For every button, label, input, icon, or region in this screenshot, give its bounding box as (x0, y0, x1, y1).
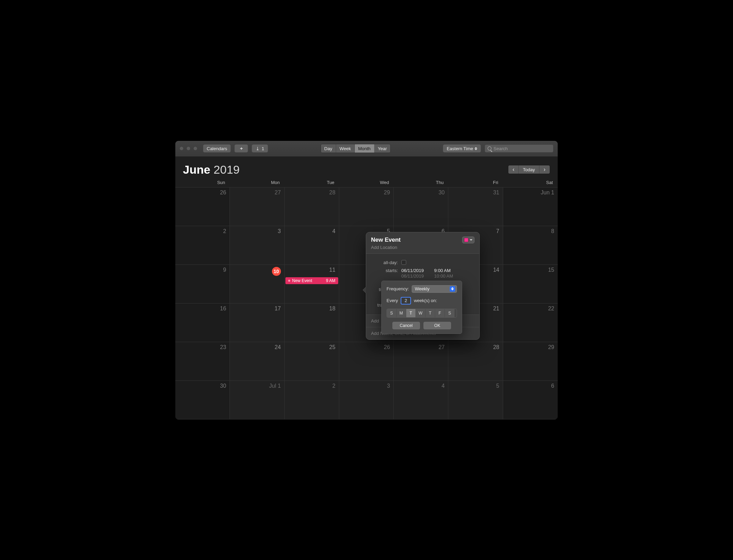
day-cell[interactable]: 31 (448, 187, 503, 226)
day-cell[interactable]: 8 (503, 226, 558, 265)
day-cell[interactable]: 29 (339, 187, 394, 226)
day-cell[interactable]: 3 (339, 381, 394, 419)
timezone-button[interactable]: Eastern Time (443, 144, 481, 153)
weekday-toggle[interactable]: T (406, 309, 416, 317)
day-cell[interactable]: 30 (394, 187, 448, 226)
event-chip[interactable]: New Event9 AM (285, 277, 338, 284)
day-cell[interactable]: 16 (175, 303, 230, 342)
next-month-button[interactable] (539, 165, 550, 174)
day-cell[interactable]: 25 (285, 342, 339, 381)
weekday-label: Fri (448, 180, 503, 185)
weekday-toggle[interactable]: S (387, 309, 397, 317)
event-title-field[interactable]: New Event (371, 236, 401, 243)
day-number: 6 (551, 383, 554, 389)
day-number: 3 (278, 228, 281, 234)
day-cell[interactable]: 11New Event9 AM (285, 265, 339, 303)
day-cell[interactable]: 23 (175, 342, 230, 381)
day-cell[interactable]: 28 (448, 342, 503, 381)
view-week-button[interactable]: Week (336, 144, 355, 153)
weekday-toggle[interactable]: F (435, 309, 445, 317)
allday-checkbox[interactable] (401, 260, 406, 265)
day-cell[interactable]: 30 (175, 381, 230, 419)
day-cell[interactable]: 10 (230, 265, 284, 303)
allday-label: all-day: (371, 260, 398, 265)
day-number: 16 (220, 306, 226, 312)
day-cell[interactable]: 28 (285, 187, 339, 226)
day-number: 14 (493, 267, 499, 273)
every-interval-input[interactable] (401, 297, 411, 305)
frequency-select[interactable]: Weekly (412, 285, 457, 293)
today-button[interactable]: Today (519, 165, 539, 174)
weekday-toggle[interactable]: M (397, 309, 406, 317)
day-number: 31 (493, 190, 499, 196)
frequency-label: Frequency: (387, 286, 409, 291)
day-cell[interactable]: Jul 1 (230, 381, 284, 419)
day-cell[interactable]: Jun 1 (503, 187, 558, 226)
day-number: 7 (496, 228, 499, 234)
day-number: 8 (551, 228, 554, 234)
day-cell[interactable]: 26 (175, 187, 230, 226)
minimize-icon[interactable] (186, 146, 190, 151)
starts-time-value[interactable]: 9:00 AM (434, 268, 451, 273)
calendar-window: Calendars 1 Day Week Month Year Eastern … (175, 141, 558, 420)
previous-month-button[interactable] (508, 165, 519, 174)
day-cell[interactable]: 3 (230, 226, 284, 265)
day-cell[interactable]: 5 (448, 381, 503, 419)
day-cell[interactable]: 29 (503, 342, 558, 381)
day-number: 27 (275, 190, 281, 196)
starts-date-value[interactable]: 06/11/2019 (401, 268, 424, 273)
every-prefix-label: Every (387, 298, 398, 303)
toolbar: Calendars 1 Day Week Month Year Eastern … (175, 141, 558, 157)
day-number: 5 (496, 383, 499, 389)
day-number: 30 (220, 383, 226, 389)
event-location-field[interactable]: Add Location (371, 245, 401, 250)
weekday-toggle[interactable]: T (426, 309, 435, 317)
search-field[interactable] (485, 144, 554, 153)
day-number: 26 (220, 190, 226, 196)
close-icon[interactable] (179, 146, 184, 151)
inbox-icon (256, 146, 260, 151)
today-badge: 10 (272, 267, 281, 276)
zoom-icon[interactable] (193, 146, 197, 151)
inbox-button[interactable]: 1 (252, 144, 268, 153)
day-cell[interactable]: 22 (503, 303, 558, 342)
stepper-icon (475, 147, 477, 150)
add-event-button[interactable] (234, 144, 248, 153)
day-number: 2 (223, 228, 226, 234)
day-cell[interactable]: 9 (175, 265, 230, 303)
ends-date-partial: 06/11/2019 (401, 274, 424, 278)
day-cell[interactable]: 15 (503, 265, 558, 303)
day-cell[interactable]: 6 (503, 381, 558, 419)
weekday-label: Tue (285, 180, 339, 185)
weekday-toggle[interactable]: W (416, 309, 426, 317)
weekday-label: Mon (230, 180, 284, 185)
day-number: 27 (439, 344, 445, 350)
cancel-button[interactable]: Cancel (392, 322, 420, 329)
day-cell[interactable]: 4 (285, 226, 339, 265)
day-cell[interactable]: 18 (285, 303, 339, 342)
calendar-color-picker[interactable] (462, 236, 475, 243)
day-number: 22 (548, 306, 554, 312)
view-month-button[interactable]: Month (355, 144, 374, 153)
day-cell[interactable]: 2 (285, 381, 339, 419)
day-cell[interactable]: 24 (230, 342, 284, 381)
view-year-button[interactable]: Year (374, 144, 390, 153)
day-cell[interactable]: 27 (394, 342, 448, 381)
view-day-button[interactable]: Day (321, 144, 336, 153)
day-cell[interactable]: 4 (394, 381, 448, 419)
day-cell[interactable]: 27 (230, 187, 284, 226)
weekday-toggle[interactable]: S (445, 309, 455, 317)
day-number: 3 (387, 383, 390, 389)
page-title: June 2019 (183, 163, 240, 176)
search-input[interactable] (493, 146, 550, 151)
calendar-header: June 2019 Today (175, 157, 558, 180)
ok-button[interactable]: OK (423, 322, 451, 329)
day-number: 11 (329, 267, 335, 273)
day-cell[interactable]: 17 (230, 303, 284, 342)
day-cell[interactable]: 2 (175, 226, 230, 265)
calendars-button[interactable]: Calendars (203, 144, 231, 153)
day-cell[interactable]: 26 (339, 342, 394, 381)
title-year: 2019 (214, 163, 240, 176)
month-navigation: Today (508, 165, 550, 174)
weekday-label: Wed (339, 180, 394, 185)
